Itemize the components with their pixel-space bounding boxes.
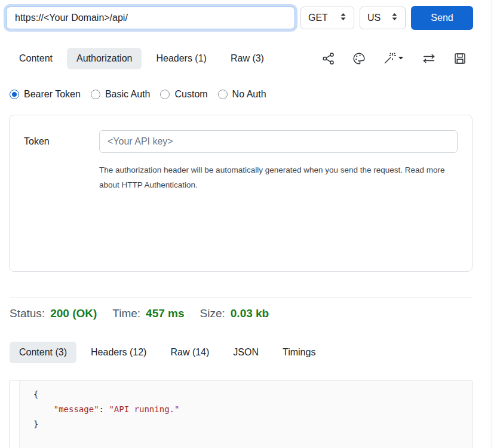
size-metric: Size: 0.03 kb — [200, 307, 269, 320]
status-metric: Status: 200 (OK) — [10, 307, 97, 320]
request-tabs: Content Authorization Headers (1) Raw (3… — [0, 48, 500, 69]
time-label: Time: — [112, 307, 140, 320]
radio-bearer-token[interactable]: Bearer Token — [10, 89, 81, 100]
region-select[interactable]: US — [360, 7, 406, 29]
response-tabs: Content (3) Headers (12) Raw (14) JSON T… — [0, 342, 500, 363]
page-edge-divider — [492, 0, 492, 448]
radio-unselected-icon — [160, 90, 170, 99]
bearer-token-panel: Token The authorization header will be a… — [9, 115, 473, 272]
region-select-value: US — [367, 13, 381, 23]
radio-label: Basic Auth — [105, 89, 151, 100]
request-toolbar — [322, 52, 500, 65]
palette-icon[interactable] — [352, 52, 366, 65]
tab-authorization[interactable]: Authorization — [67, 48, 142, 69]
json-close-brace: } — [33, 419, 38, 429]
method-select[interactable]: GET — [300, 7, 354, 29]
token-input[interactable] — [99, 130, 458, 153]
status-label: Status: — [10, 307, 45, 320]
tab-raw[interactable]: Raw (3) — [221, 48, 274, 69]
request-bar: GET US Send — [0, 0, 500, 30]
size-value: 0.03 kb — [231, 307, 269, 320]
tab-response-content[interactable]: Content (3) — [10, 342, 76, 363]
time-metric: Time: 457 ms — [112, 307, 184, 320]
radio-unselected-icon — [218, 90, 228, 99]
magic-wand-dropdown-icon[interactable] — [383, 52, 404, 65]
radio-label: No Auth — [232, 89, 266, 100]
radio-custom[interactable]: Custom — [160, 89, 207, 100]
share-icon[interactable] — [322, 52, 335, 65]
tab-content[interactable]: Content — [10, 48, 62, 69]
swap-arrows-icon[interactable] — [422, 52, 436, 65]
radio-selected-icon — [10, 90, 19, 99]
updown-arrows-icon — [340, 13, 346, 23]
response-body-viewer: { "message": "API running." } — [9, 380, 473, 448]
response-status-row: Status: 200 (OK) Time: 457 ms Size: 0.03… — [0, 307, 500, 320]
url-input[interactable] — [6, 7, 295, 29]
radio-no-auth[interactable]: No Auth — [218, 89, 266, 100]
radio-label: Bearer Token — [24, 89, 81, 100]
send-button[interactable]: Send — [411, 6, 473, 30]
method-select-value: GET — [308, 13, 328, 23]
code-gutter — [10, 381, 20, 448]
save-icon[interactable] — [453, 52, 467, 65]
json-colon: : — [99, 404, 109, 414]
auth-type-radio-group: Bearer Token Basic Auth Custom No Auth — [0, 89, 500, 100]
size-label: Size: — [200, 307, 225, 320]
auth-help-text: The authorization header will be automat… — [99, 162, 453, 192]
tab-response-json[interactable]: JSON — [223, 342, 268, 363]
tab-response-timings[interactable]: Timings — [273, 342, 325, 363]
radio-label: Custom — [174, 89, 207, 100]
section-divider — [10, 297, 473, 297]
json-key: "message" — [54, 404, 99, 414]
tab-response-headers[interactable]: Headers (12) — [81, 342, 156, 363]
status-value: 200 (OK) — [50, 307, 97, 320]
radio-basic-auth[interactable]: Basic Auth — [91, 89, 151, 100]
updown-arrows-icon — [391, 13, 398, 23]
api-client-page: GET US Send Content Authorization Header… — [0, 0, 500, 448]
radio-unselected-icon — [91, 90, 100, 99]
time-value: 457 ms — [146, 307, 184, 320]
tab-response-raw[interactable]: Raw (14) — [161, 342, 219, 363]
response-body-code: { "message": "API running." } — [20, 381, 472, 448]
json-value: "API running." — [109, 404, 179, 414]
json-indent — [33, 404, 54, 414]
tab-headers[interactable]: Headers (1) — [146, 48, 216, 69]
token-label: Token — [24, 136, 99, 147]
json-open-brace: { — [33, 389, 38, 399]
